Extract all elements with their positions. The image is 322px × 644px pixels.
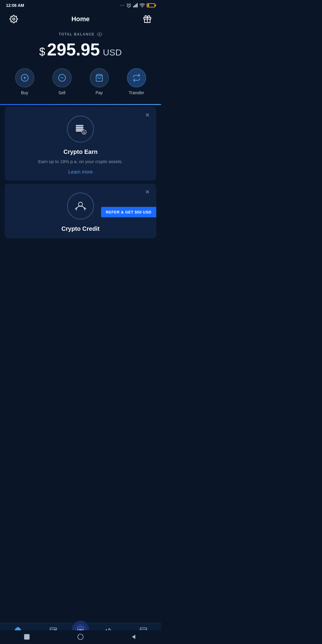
balance-amount: $ 295.95 USD [6, 39, 155, 59]
gear-icon [10, 15, 18, 23]
buy-icon-circle [15, 68, 34, 87]
transfer-icon [132, 74, 141, 82]
alarm-icon [126, 3, 131, 8]
page-title: Home [71, 15, 89, 23]
settings-button[interactable] [7, 13, 20, 26]
status-time: 12:06 AM [6, 3, 24, 8]
balance-currency: USD [103, 47, 122, 58]
crypto-earn-card: ✕ $ Crypto Earn Earn up to 18% p.a. on y… [5, 107, 156, 181]
sell-icon-circle [52, 68, 72, 87]
battery-icon: 24 [147, 3, 155, 7]
svg-rect-16 [76, 125, 83, 126]
earn-description: Earn up to 18% p.a. on your crypto asset… [11, 158, 150, 165]
eye-icon[interactable] [97, 32, 102, 37]
sell-label: Sell [58, 90, 65, 95]
svg-rect-4 [137, 3, 138, 7]
credit-icon-circle [67, 193, 94, 219]
bag-icon [95, 74, 103, 82]
earn-close-button[interactable]: ✕ [143, 111, 151, 119]
gift-icon [143, 15, 151, 23]
svg-text:$: $ [83, 131, 85, 134]
earn-icon-circle: $ [67, 116, 94, 143]
pay-button[interactable]: Pay [90, 68, 109, 95]
svg-point-9 [99, 34, 100, 35]
coins-icon: $ [73, 122, 88, 136]
buy-label: Buy [21, 90, 28, 95]
refer-banner[interactable]: REFER & GET $50 USD [101, 207, 156, 217]
svg-rect-17 [76, 127, 83, 128]
action-buttons: Buy Sell Pay [0, 68, 161, 104]
balance-number: 295.95 [47, 39, 100, 59]
section-divider [0, 104, 161, 105]
svg-point-5 [142, 7, 143, 7]
wifi-icon [140, 3, 145, 8]
svg-rect-3 [136, 4, 137, 7]
gift-button[interactable] [141, 13, 154, 26]
signal-icon [133, 3, 138, 8]
earn-title: Crypto Earn [11, 148, 150, 155]
status-icons: ··· 24 [120, 3, 155, 8]
pay-label: Pay [95, 90, 103, 95]
svg-rect-18 [76, 129, 83, 130]
handshake-icon [73, 199, 88, 213]
svg-rect-2 [134, 5, 135, 7]
battery-level: 24 [147, 4, 154, 7]
sell-button[interactable]: Sell [52, 68, 72, 95]
transfer-button[interactable]: Transfer [127, 68, 146, 95]
credit-close-button[interactable]: ✕ [143, 188, 151, 196]
svg-point-23 [78, 202, 83, 206]
minus-icon [58, 74, 66, 82]
header: Home [0, 10, 161, 32]
earn-learn-more-link[interactable]: Learn more [11, 169, 150, 175]
svg-rect-1 [133, 6, 134, 7]
svg-point-6 [13, 18, 15, 20]
plus-icon [21, 74, 29, 82]
status-bar: 12:06 AM ··· 24 [0, 0, 161, 10]
dots-icon: ··· [120, 4, 125, 7]
balance-label: TOTAL BALANCE [6, 32, 155, 37]
crypto-credit-card: ✕ REFER & GET $50 USD Crypto Credit [5, 184, 156, 238]
buy-button[interactable]: Buy [15, 68, 34, 95]
pay-icon-circle [90, 68, 109, 87]
balance-section: TOTAL BALANCE $ 295.95 USD [0, 32, 161, 68]
credit-title: Crypto Credit [11, 225, 150, 232]
transfer-icon-circle [127, 68, 146, 87]
transfer-label: Transfer [129, 90, 144, 95]
balance-dollar: $ [39, 46, 45, 58]
